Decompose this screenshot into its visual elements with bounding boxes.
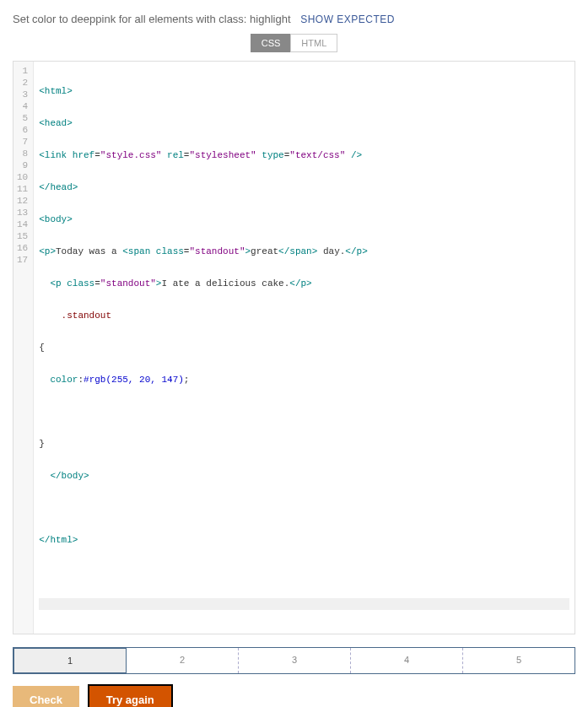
try-again-button[interactable]: Try again xyxy=(88,684,173,707)
tab-css[interactable]: CSS xyxy=(251,34,291,52)
show-expected-link[interactable]: SHOW EXPECTED xyxy=(300,13,395,25)
step-tabs: 1 2 3 4 5 xyxy=(13,647,575,674)
code-editor[interactable]: 1234567891011121314151617 <html> <head> … xyxy=(13,61,575,634)
editor-content[interactable]: <html> <head> <link href="style.css" rel… xyxy=(34,62,575,634)
step-tab-4[interactable]: 4 xyxy=(351,648,463,673)
instruction-text: Set color to deeppink for all elements w… xyxy=(13,13,575,25)
tab-html[interactable]: HTML xyxy=(290,34,337,52)
language-tabs: CSSHTML xyxy=(13,34,575,52)
step-tab-3[interactable]: 3 xyxy=(239,648,351,673)
step-tab-2[interactable]: 2 xyxy=(127,648,239,673)
check-button[interactable]: Check xyxy=(13,686,79,707)
step-tab-1[interactable]: 1 xyxy=(13,647,127,674)
editor-gutter: 1234567891011121314151617 xyxy=(13,62,34,634)
step-tab-5[interactable]: 5 xyxy=(463,648,575,673)
